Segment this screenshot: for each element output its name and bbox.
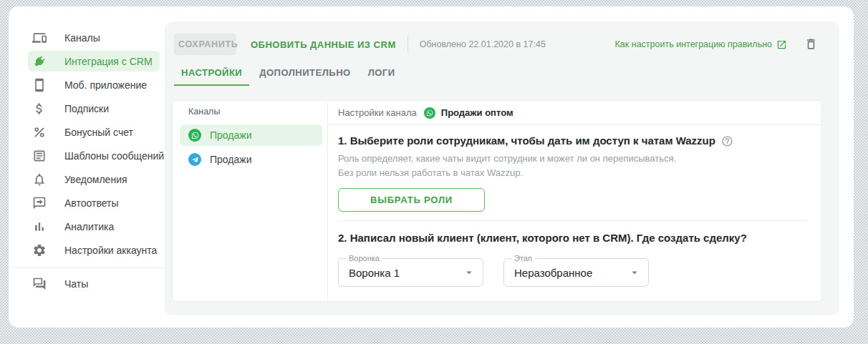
sidebar-item-crm-integration[interactable]: Интеграция с CRM <box>9 49 165 73</box>
chats-icon <box>32 277 47 291</box>
sidebar-item-autoreplies[interactable]: Автоответы <box>9 191 165 215</box>
gear-icon <box>32 243 47 257</box>
sidebar-item-label: Каналы <box>64 32 100 44</box>
sidebar-item-label: Автоответы <box>64 197 118 209</box>
sidebar-item-label: Чаты <box>64 278 88 290</box>
deal-selects-row: Воронка Воронка 1 Этап Неразобранное <box>338 258 807 287</box>
tab-logs[interactable]: ЛОГИ <box>361 67 402 86</box>
deal-section-title: 2. Написал новый клиент (клиент, которог… <box>338 232 747 245</box>
plug-icon <box>32 54 47 69</box>
sidebar-item-label: Аналитика <box>64 221 114 232</box>
channel-settings: Настройки канала Продажи оптом 1. Выбери… <box>328 101 821 301</box>
sidebar-item-label: Моб. приложение <box>64 79 147 91</box>
roles-section-description: Роль определяет, какие чаты видит сотруд… <box>338 152 807 180</box>
channel-item-telegram[interactable]: Продажи <box>180 149 322 170</box>
channels-list-title: Каналы <box>173 107 327 117</box>
channel-settings-label: Настройки канала <box>338 107 417 118</box>
delete-integration-button[interactable] <box>804 37 818 51</box>
updated-timestamp: Обновлено 22.01.2020 в 17:45 <box>420 39 546 49</box>
sidebar-item-label: Бонусный счет <box>64 127 133 138</box>
stage-select[interactable]: Этап Неразобранное <box>503 258 649 287</box>
channel-name: Продажи <box>210 154 251 165</box>
dollar-icon <box>32 102 47 116</box>
roles-description-line1: Роль определяет, какие чаты видит сотруд… <box>338 152 807 166</box>
sidebar-item-label: Шаблоны сообщений <box>64 150 164 162</box>
telegram-icon <box>188 153 201 166</box>
chevron-down-icon <box>463 266 476 279</box>
save-button[interactable]: СОХРАНИТЬ <box>174 34 236 55</box>
sidebar-item-mobile-app[interactable]: Моб. приложение <box>9 73 165 97</box>
bell-icon <box>32 172 47 187</box>
channel-item-whatsapp[interactable]: Продажи <box>180 124 322 146</box>
stage-select-label: Этап <box>511 254 535 262</box>
deal-section-title-row: 2. Написал новый клиент (клиент, которог… <box>338 232 807 245</box>
funnel-select[interactable]: Воронка Воронка 1 <box>338 258 483 287</box>
help-icon[interactable] <box>721 135 733 147</box>
section-divider <box>338 220 807 221</box>
sidebar-item-label: Настройки аккаунта <box>64 245 157 256</box>
funnel-select-label: Воронка <box>346 254 382 262</box>
sidebar-item-account-settings[interactable]: Настройки аккаунта <box>9 238 165 262</box>
settings-card: Каналы Продажи Продажи Настройки <box>172 100 822 302</box>
refresh-from-crm-button[interactable]: ОБНОВИТЬ ДАННЫЕ ИЗ CRM <box>251 39 396 50</box>
funnel-select-value: Воронка 1 <box>349 267 463 279</box>
smartphone-icon <box>32 78 47 92</box>
channels-list: Каналы Продажи Продажи <box>173 101 328 301</box>
sidebar-item-channels[interactable]: Каналы <box>9 26 165 49</box>
template-icon <box>32 149 47 163</box>
tab-bar: НАСТРОЙКИ ДОПОЛНИТЕЛЬНО ЛОГИ <box>174 67 402 86</box>
whatsapp-icon <box>424 107 435 119</box>
app-window: Каналы Интеграция с CRM Моб. приложение … <box>9 6 854 328</box>
tab-settings[interactable]: НАСТРОЙКИ <box>174 67 249 86</box>
autoreply-icon <box>32 196 47 210</box>
sidebar-item-notifications[interactable]: Уведомления <box>9 167 165 191</box>
whatsapp-icon <box>188 129 201 142</box>
sidebar-item-bonus[interactable]: Бонусный счет <box>9 120 165 144</box>
sidebar-item-label: Уведомления <box>64 174 127 185</box>
sidebar-item-label: Интеграция с CRM <box>64 56 153 67</box>
help-link-label: Как настроить интеграцию правильно <box>615 39 772 49</box>
channel-settings-header: Настройки канала Продажи оптом <box>328 101 821 125</box>
integration-help-link[interactable]: Как настроить интеграцию правильно <box>615 39 787 50</box>
sidebar: Каналы Интеграция с CRM Моб. приложение … <box>9 6 165 328</box>
channel-settings-body: 1. Выберите роли сотрудникам, чтобы дать… <box>328 125 821 287</box>
roles-section-title-row: 1. Выберите роли сотрудникам, чтобы дать… <box>338 134 807 147</box>
stage-select-value: Неразобранное <box>514 267 628 279</box>
sidebar-divider <box>9 267 165 268</box>
external-link-icon <box>776 39 787 50</box>
channel-settings-channel-name: Продажи оптом <box>441 107 513 118</box>
roles-description-line2: Без роли нельзя работать в чатах Wazzup. <box>338 166 807 180</box>
toolbar: СОХРАНИТЬ ОБНОВИТЬ ДАННЫЕ ИЗ CRM Обновле… <box>174 34 818 55</box>
toolbar-divider <box>408 36 408 52</box>
sidebar-item-chats[interactable]: Чаты <box>9 272 165 295</box>
devices-icon <box>32 31 47 45</box>
roles-section-title: 1. Выберите роли сотрудникам, чтобы дать… <box>338 134 715 147</box>
sidebar-item-templates[interactable]: Шаблоны сообщений <box>9 144 165 167</box>
bar-chart-icon <box>32 220 47 234</box>
trash-icon <box>804 37 818 51</box>
sidebar-item-analytics[interactable]: Аналитика <box>9 215 165 238</box>
channel-name: Продажи <box>210 129 251 141</box>
tab-advanced[interactable]: ДОПОЛНИТЕЛЬНО <box>252 67 357 86</box>
chevron-down-icon <box>628 266 641 279</box>
sidebar-item-label: Подписки <box>64 103 109 114</box>
choose-roles-button[interactable]: ВЫБРАТЬ РОЛИ <box>338 188 485 212</box>
percent-icon <box>32 125 47 139</box>
sidebar-item-subscriptions[interactable]: Подписки <box>9 97 165 120</box>
main-panel: СОХРАНИТЬ ОБНОВИТЬ ДАННЫЕ ИЗ CRM Обновле… <box>165 21 839 315</box>
